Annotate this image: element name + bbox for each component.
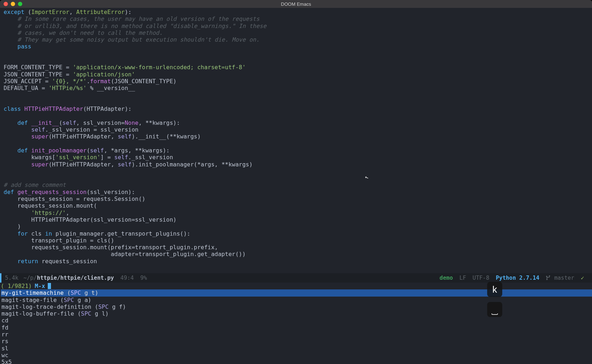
completion-candidate[interactable]: magit-log-buffer-file (SPC g l)	[1, 310, 592, 317]
code-line[interactable]: # cases, we don't need to call the metho…	[4, 29, 590, 36]
code-line[interactable]: def init_poolmanager(self, *args, **kwar…	[4, 147, 590, 154]
modeline-path-main: httpie/httpie/	[37, 275, 84, 281]
keycast-key: k	[487, 282, 502, 297]
code-line[interactable]: DEFAULT_UA = 'HTTPie/%s' % __version__	[4, 85, 590, 91]
code-line[interactable]: # or urllib3, and there is no method cal…	[4, 23, 590, 29]
completion-candidate[interactable]: rs	[1, 338, 592, 345]
minibuffer-prompt: M-x	[35, 283, 45, 289]
completion-candidate[interactable]: magit-log-trace-definition (SPC g f)	[1, 303, 592, 310]
code-line[interactable]: # They may get some noisy output but exe…	[4, 36, 590, 43]
code-line[interactable]	[4, 140, 590, 147]
code-line[interactable]: requests_session.mount(	[4, 202, 590, 209]
code-line[interactable]: def __init__(self, ssl_version=None, **k…	[4, 119, 590, 126]
code-line[interactable]	[4, 99, 590, 105]
code-line[interactable]: except (ImportError, AttributeError):	[4, 9, 590, 15]
editor-buffer[interactable]: except (ImportError, AttributeError): # …	[0, 8, 592, 273]
completion-candidate[interactable]: 5x5	[1, 359, 592, 364]
code-line[interactable]: requests_session = requests.Session()	[4, 195, 590, 202]
code-line[interactable]: kwargs['ssl_version'] = self._ssl_versio…	[4, 154, 590, 161]
code-line[interactable]: adapter=transport_plugin.get_adapter())	[4, 251, 590, 257]
modeline-size: 5.4k	[5, 275, 18, 281]
code-line[interactable]: )	[4, 223, 590, 230]
modeline-percent: 9%	[140, 275, 147, 281]
completion-candidate[interactable]: wc	[1, 352, 592, 359]
code-line[interactable]: HTTPieHTTPAdapter(ssl_version=ssl_versio…	[4, 216, 590, 223]
minibuffer-cursor[interactable]	[48, 283, 51, 289]
modeline-encoding: UTF-8	[472, 275, 489, 281]
completion-candidate[interactable]: fd	[1, 324, 592, 331]
code-line[interactable]	[4, 57, 590, 64]
window-title: DOOM Emacs	[0, 1, 592, 7]
modeline-position: 49:4	[120, 275, 134, 281]
code-line[interactable]: for cls in plugin_manager.get_transport_…	[4, 230, 590, 237]
completion-candidate[interactable]: rr	[1, 331, 592, 338]
code-line[interactable]: pass	[4, 43, 590, 50]
code-line[interactable]: 'https://',	[4, 209, 590, 216]
code-line[interactable]: JSON_CONTENT_TYPE = 'application/json'	[4, 71, 590, 78]
code-line[interactable]	[4, 112, 590, 119]
modeline-eol: LF	[460, 275, 466, 281]
code-line[interactable]: super(HTTPieHTTPAdapter, self).__init__(…	[4, 133, 590, 140]
code-line[interactable]: def get_requests_session(ssl_version):	[4, 189, 590, 195]
modeline: 5.4k ~/p/httpie/httpie/client.py 49:4 9%…	[0, 273, 592, 283]
code-line[interactable]: # In some rare cases, the user may have …	[4, 15, 590, 22]
modeline-workspace: demo	[439, 275, 453, 281]
code-line[interactable]: FORM_CONTENT_TYPE = 'application/x-www-f…	[4, 64, 590, 71]
minibuffer-count: ( 1/9821)	[1, 283, 32, 289]
code-line[interactable]	[4, 168, 590, 175]
keycast-modifier	[487, 302, 502, 317]
code-line[interactable]	[4, 175, 590, 181]
code-line[interactable]: # add some comment	[4, 181, 590, 188]
code-line[interactable]: return requests_session	[4, 258, 590, 265]
completion-candidate[interactable]: magit-stage-file (SPC g a)	[1, 297, 592, 303]
completion-candidate[interactable]: my-git-timemachine (SPC g t)	[1, 289, 592, 296]
completion-candidate[interactable]: cd	[1, 317, 592, 324]
code-line[interactable]: transport_plugin = cls()	[4, 237, 590, 244]
code-line[interactable]: self._ssl_version = ssl_version	[4, 126, 590, 133]
git-branch-icon	[546, 275, 551, 281]
modeline-flycheck-ok-icon: ✓	[581, 275, 584, 281]
minibuffer[interactable]: ( 1/9821) M-x my-git-timemachine (SPC g …	[0, 283, 592, 364]
code-line[interactable]: super(HTTPieHTTPAdapter, self).init_pool…	[4, 161, 590, 168]
code-line[interactable]	[4, 50, 590, 57]
titlebar: DOOM Emacs	[0, 0, 592, 8]
code-line[interactable]: requests_session.mount(prefix=transport_…	[4, 244, 590, 251]
modeline-vcs: master	[546, 275, 574, 281]
code-line[interactable]: class HTTPieHTTPAdapter(HTTPAdapter):	[4, 105, 590, 112]
code-line[interactable]	[4, 92, 590, 99]
modeline-path-root: ~/p/	[23, 275, 37, 281]
code-line[interactable]: JSON_ACCEPT = '{0}, */*'.format(JSON_CON…	[4, 78, 590, 85]
modeline-branch: master	[554, 275, 574, 281]
completion-candidate[interactable]: sl	[1, 345, 592, 352]
modeline-major-mode: Python 2.7.14	[496, 275, 539, 281]
modeline-filename: client.py	[84, 275, 114, 281]
minibuffer-candidates[interactable]: my-git-timemachine (SPC g t)magit-stage-…	[1, 289, 592, 364]
minibuffer-prompt-line: ( 1/9821) M-x	[1, 283, 592, 289]
